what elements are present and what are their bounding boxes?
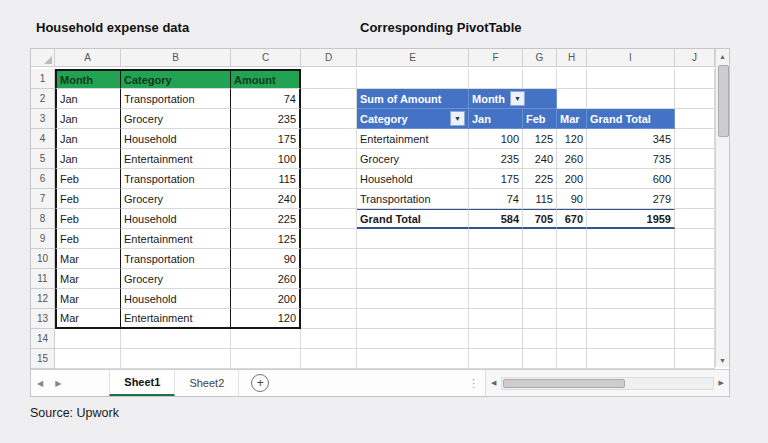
cell-A14[interactable] <box>55 329 121 349</box>
select-all-corner[interactable] <box>31 49 55 67</box>
column-header-H[interactable]: H <box>557 49 587 67</box>
cell-J4[interactable] <box>675 129 715 149</box>
cell-E4[interactable]: Entertainment <box>357 129 469 149</box>
row-header-5[interactable]: 5 <box>31 149 55 169</box>
cell-D2[interactable] <box>301 89 357 109</box>
cell-C5[interactable]: 100 <box>231 149 301 169</box>
cell-H10[interactable] <box>557 249 587 269</box>
cell-A15[interactable] <box>55 349 121 369</box>
row-header-11[interactable]: 11 <box>31 269 55 289</box>
cell-F3[interactable]: Jan <box>469 109 523 129</box>
cell-B14[interactable] <box>121 329 231 349</box>
cell-F10[interactable] <box>469 249 523 269</box>
cell-I12[interactable] <box>587 289 675 309</box>
cell-I14[interactable] <box>587 329 675 349</box>
cell-E1[interactable] <box>357 69 469 89</box>
cell-A4[interactable]: Jan <box>55 129 121 149</box>
vscroll-thumb[interactable] <box>718 65 729 137</box>
cell-A13[interactable]: Mar <box>55 309 121 329</box>
row-header-7[interactable]: 7 <box>31 189 55 209</box>
cell-F14[interactable] <box>469 329 523 349</box>
cell-B3[interactable]: Grocery <box>121 109 231 129</box>
cell-H3[interactable]: Mar <box>557 109 587 129</box>
cell-C10[interactable]: 90 <box>231 249 301 269</box>
cell-B5[interactable]: Entertainment <box>121 149 231 169</box>
cell-C6[interactable]: 115 <box>231 169 301 189</box>
cell-A9[interactable]: Feb <box>55 229 121 249</box>
cell-C14[interactable] <box>231 329 301 349</box>
cell-E9[interactable] <box>357 229 469 249</box>
column-header-E[interactable]: E <box>357 49 469 67</box>
cell-J15[interactable] <box>675 349 715 369</box>
cell-F2[interactable]: Month▼ <box>469 89 557 109</box>
horizontal-scrollbar[interactable]: ◀ ▶ <box>485 370 729 396</box>
cell-F4[interactable]: 100 <box>469 129 523 149</box>
cell-E8[interactable]: Grand Total <box>357 209 469 229</box>
cell-E7[interactable]: Transportation <box>357 189 469 209</box>
cell-F7[interactable]: 74 <box>469 189 523 209</box>
cell-B11[interactable]: Grocery <box>121 269 231 289</box>
cell-D15[interactable] <box>301 349 357 369</box>
cell-I9[interactable] <box>587 229 675 249</box>
cell-E10[interactable] <box>357 249 469 269</box>
cell-B8[interactable]: Household <box>121 209 231 229</box>
cell-J6[interactable] <box>675 169 715 189</box>
cell-G7[interactable]: 115 <box>523 189 557 209</box>
cell-G10[interactable] <box>523 249 557 269</box>
vscroll-track[interactable] <box>716 63 729 353</box>
column-header-B[interactable]: B <box>121 49 231 67</box>
cell-J9[interactable] <box>675 229 715 249</box>
row-header-3[interactable]: 3 <box>31 109 55 129</box>
cell-J13[interactable] <box>675 309 715 329</box>
tab-nav-left-icon[interactable]: ◀ <box>31 379 49 388</box>
cell-J11[interactable] <box>675 269 715 289</box>
scrollbar-splitter[interactable]: ⋮ <box>462 377 485 390</box>
cell-B12[interactable]: Household <box>121 289 231 309</box>
cell-H6[interactable]: 200 <box>557 169 587 189</box>
cell-J3[interactable] <box>675 109 715 129</box>
cell-J14[interactable] <box>675 329 715 349</box>
cell-B15[interactable] <box>121 349 231 369</box>
cell-H8[interactable]: 670 <box>557 209 587 229</box>
cell-H7[interactable]: 90 <box>557 189 587 209</box>
cell-H15[interactable] <box>557 349 587 369</box>
cell-F12[interactable] <box>469 289 523 309</box>
row-header-15[interactable]: 15 <box>31 349 55 369</box>
cell-J12[interactable] <box>675 289 715 309</box>
cell-I10[interactable] <box>587 249 675 269</box>
cell-I7[interactable]: 279 <box>587 189 675 209</box>
filter-dropdown-icon[interactable]: ▼ <box>510 91 525 106</box>
cell-C13[interactable]: 120 <box>231 309 301 329</box>
cell-I6[interactable]: 600 <box>587 169 675 189</box>
cell-C7[interactable]: 240 <box>231 189 301 209</box>
scroll-right-icon[interactable]: ▶ <box>714 379 729 387</box>
cell-B13[interactable]: Entertainment <box>121 309 231 329</box>
cell-D13[interactable] <box>301 309 357 329</box>
cell-J8[interactable] <box>675 209 715 229</box>
cell-D9[interactable] <box>301 229 357 249</box>
cell-F8[interactable]: 584 <box>469 209 523 229</box>
cell-D1[interactable] <box>301 69 357 89</box>
cell-G9[interactable] <box>523 229 557 249</box>
cell-G4[interactable]: 125 <box>523 129 557 149</box>
cell-G11[interactable] <box>523 269 557 289</box>
cell-B1[interactable]: Category <box>121 69 231 89</box>
cell-H1[interactable] <box>557 69 587 89</box>
cell-G1[interactable] <box>523 69 557 89</box>
scroll-down-icon[interactable]: ▼ <box>716 353 730 367</box>
tab-nav-right-icon[interactable]: ▶ <box>49 379 67 388</box>
cell-D11[interactable] <box>301 269 357 289</box>
cell-E14[interactable] <box>357 329 469 349</box>
cell-I13[interactable] <box>587 309 675 329</box>
cell-G6[interactable]: 225 <box>523 169 557 189</box>
cell-A2[interactable]: Jan <box>55 89 121 109</box>
cell-A10[interactable]: Mar <box>55 249 121 269</box>
cell-D5[interactable] <box>301 149 357 169</box>
cell-B10[interactable]: Transportation <box>121 249 231 269</box>
tab-sheet1[interactable]: Sheet1 <box>109 370 175 396</box>
cell-H14[interactable] <box>557 329 587 349</box>
cell-E12[interactable] <box>357 289 469 309</box>
cell-G12[interactable] <box>523 289 557 309</box>
row-header-13[interactable]: 13 <box>31 309 55 329</box>
cell-E5[interactable]: Grocery <box>357 149 469 169</box>
